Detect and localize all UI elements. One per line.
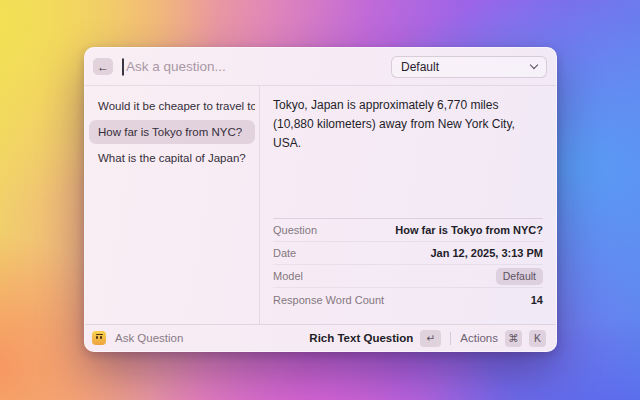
meta-label-word-count: Response Word Count: [273, 294, 384, 306]
metadata-section: Question How far is Tokyo from NYC? Date…: [273, 218, 543, 311]
meta-row-word-count: Response Word Count 14: [273, 288, 543, 311]
back-arrow-icon: ←: [97, 61, 109, 73]
detail-panel: Tokyo, Japan is approximately 6,770 mile…: [260, 86, 556, 324]
question-input[interactable]: [122, 59, 391, 74]
window-body: Would it be cheaper to travel to Euro...…: [85, 86, 556, 324]
app-name-label: Ask Question: [115, 332, 183, 344]
meta-value-date: Jan 12, 2025, 3:13 PM: [430, 247, 543, 259]
question-list: Would it be cheaper to travel to Euro...…: [85, 86, 260, 324]
back-button[interactable]: ←: [93, 58, 113, 75]
ask-question-window: ← Default Would it be cheaper to travel …: [84, 47, 557, 352]
ask-question-app-icon: [92, 331, 106, 345]
list-item-question-1[interactable]: Would it be cheaper to travel to Euro...: [89, 94, 255, 118]
model-dropdown[interactable]: Default: [391, 56, 547, 78]
list-item-question-3[interactable]: What is the capital of Japan?: [89, 146, 255, 170]
command-key-icon: ⌘: [505, 330, 522, 347]
footer-action-bar: Ask Question Rich Text Question ↵ Action…: [85, 324, 556, 351]
search-wrap: [122, 59, 391, 74]
model-dropdown-value: Default: [401, 60, 531, 74]
list-item-question-2-selected[interactable]: How far is Tokyo from NYC?: [89, 120, 255, 144]
answer-text: Tokyo, Japan is approximately 6,770 mile…: [260, 86, 556, 153]
meta-row-model: Model Default: [273, 265, 543, 288]
primary-action-button[interactable]: Rich Text Question: [309, 332, 413, 344]
meta-label-model: Model: [273, 270, 303, 282]
footer-divider: [450, 332, 451, 345]
meta-label-question: Question: [273, 224, 317, 236]
meta-row-date: Date Jan 12, 2025, 3:13 PM: [273, 242, 543, 265]
meta-value-question: How far is Tokyo from NYC?: [395, 224, 543, 236]
text-cursor: [122, 58, 124, 75]
actions-button[interactable]: Actions: [460, 332, 498, 344]
k-key-icon: K: [529, 330, 546, 347]
footer-right-group: Rich Text Question ↵ Actions ⌘ K: [309, 330, 546, 347]
chevron-down-icon: [530, 61, 538, 69]
detail-spacer: [260, 153, 556, 218]
model-default-badge: Default: [496, 268, 543, 285]
meta-value-word-count: 14: [531, 294, 543, 306]
window-header: ← Default: [85, 48, 556, 86]
meta-row-question: Question How far is Tokyo from NYC?: [273, 219, 543, 242]
meta-label-date: Date: [273, 247, 296, 259]
return-key-icon: ↵: [420, 330, 441, 347]
